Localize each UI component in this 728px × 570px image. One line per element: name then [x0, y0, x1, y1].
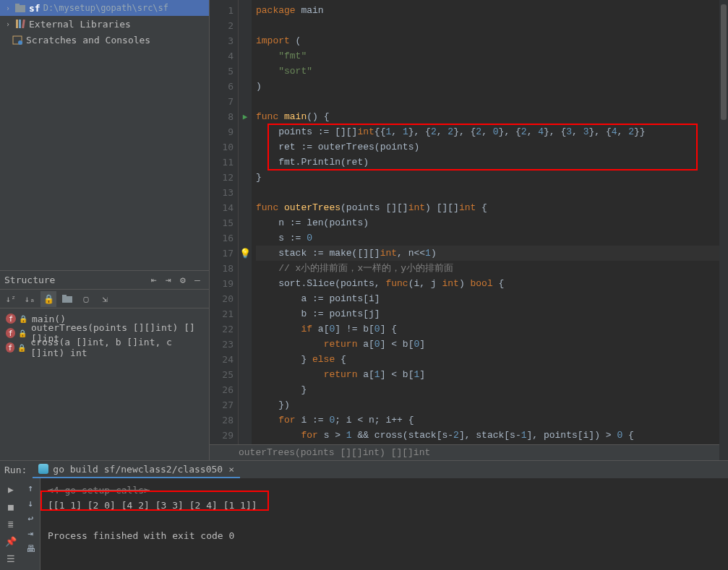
code-line[interactable] [256, 185, 728, 200]
pin-icon[interactable]: 📌 [4, 535, 17, 548]
chevron-right-icon[interactable]: › [4, 20, 12, 28]
code-line[interactable]: func outerTrees(points [][]int) [][]int … [256, 200, 728, 215]
code-line[interactable]: n := len(points) [256, 215, 728, 230]
layout-icon[interactable]: ≣ [4, 517, 17, 530]
run-header: Run: go build sf/newclass2/class050 × [0, 461, 728, 478]
run-gutter-icon[interactable]: ▶ [243, 112, 248, 121]
code-line[interactable]: for s > 1 && cross(stack[s-2], stack[s-1… [256, 428, 728, 443]
code-line[interactable]: if a[0] != b[0] { [256, 321, 728, 337]
code-line[interactable]: fmt.Println(ret) [256, 155, 728, 170]
structure-title: Structure [4, 275, 147, 285]
code-line[interactable]: } [256, 382, 728, 397]
run-left-gutter: ▶ ■ ≣ 📌 ☰ [0, 478, 22, 570]
more-icon[interactable]: ☰ [4, 552, 17, 565]
project-root-name: sf [29, 3, 40, 14]
project-tree[interactable]: › sf D:\mysetup\gopath\src\sf › External… [0, 0, 209, 271]
sort-visibility-icon[interactable]: ↓ₐ [22, 291, 38, 307]
run-tab[interactable]: go build sf/newclass2/class050 × [33, 461, 240, 478]
scroll-end-icon[interactable]: ⇥ [28, 528, 34, 539]
code-line[interactable]: return a[0] < b[0] [256, 337, 728, 352]
chevron-right-icon[interactable]: › [4, 4, 12, 12]
project-root-path: D:\mysetup\gopath\src\sf [43, 3, 168, 13]
down-icon[interactable]: ↓ [28, 498, 34, 509]
close-icon[interactable]: × [228, 464, 234, 475]
function-icon: f [6, 314, 16, 324]
code-line[interactable]: "fmt" [256, 48, 728, 64]
code-line[interactable] [256, 18, 728, 33]
structure-item[interactable]: f🔒cross(a []int, b []int, c []int) int [0, 340, 209, 355]
scratches-consoles[interactable]: Scratches and Consoles [0, 32, 209, 48]
softwrap-icon[interactable]: ↩ [28, 513, 34, 524]
go-icon [38, 464, 48, 474]
libraries-icon [14, 20, 26, 28]
code-lines[interactable]: package mainimport ( "fmt" "sort")func m… [252, 0, 728, 444]
svg-rect-1 [15, 4, 20, 6]
code-line[interactable]: b := points[j] [256, 306, 728, 321]
scratches-icon [12, 35, 23, 45]
gear-icon[interactable]: ⚙ [176, 275, 190, 285]
lock-icon: 🔒 [18, 329, 27, 337]
code-line[interactable]: sort.Slice(points, func(i, j int) bool { [256, 276, 728, 291]
code-line[interactable]: }) [256, 397, 728, 413]
function-icon: f [6, 342, 14, 353]
code-line[interactable]: func main() { [256, 109, 728, 124]
code-line[interactable]: "sort" [256, 64, 728, 79]
code-line[interactable]: package main [256, 3, 728, 18]
lock-icon: 🔒 [19, 315, 27, 323]
code-line[interactable]: } [256, 170, 728, 185]
svg-rect-4 [22, 20, 25, 28]
structure-list[interactable]: f🔒main()f🔒outerTrees(points [][]int) [][… [0, 308, 209, 358]
show-files-icon[interactable] [59, 291, 75, 307]
run-output: [[1 1] [2 0] [4 2] [3 3] [2 4] [1 1]] [48, 498, 721, 513]
project-root[interactable]: › sf D:\mysetup\gopath\src\sf [0, 0, 209, 16]
run-panel: Run: go build sf/newclass2/class050 × ▶ … [0, 460, 728, 570]
code-line[interactable]: points := [][]int{{1, 1}, {2, 2}, {2, 0}… [256, 124, 728, 139]
run-exit: Process finished with exit code 0 [48, 528, 721, 543]
code-line[interactable]: a := points[i] [256, 291, 728, 306]
run-console[interactable]: <4 go setup calls> [[1 1] [2 0] [4 2] [3… [40, 478, 728, 570]
folder-icon [14, 4, 26, 12]
scratches-label: Scratches and Consoles [26, 35, 150, 46]
up-icon[interactable]: ↑ [28, 483, 34, 493]
run-tab-label: go build sf/newclass2/class050 [53, 464, 223, 475]
sort-alpha-icon[interactable]: ↓ᶻ [3, 291, 19, 307]
autoscroll-icon[interactable]: ▢ [78, 291, 94, 307]
scrollbar-thumb[interactable] [721, 4, 727, 120]
collapse-icon[interactable]: ⇤ [147, 275, 161, 285]
rerun-icon[interactable]: ▶ [4, 483, 17, 496]
code-line[interactable]: // x小的排前面，x一样的，y小的排前面 [256, 261, 728, 276]
code-line[interactable]: return a[1] < b[1] [256, 367, 728, 382]
structure-panel: Structure ⇤ ⇥ ⚙ — ↓ᶻ ↓ₐ 🔒 ▢ ⇲ f🔒main()f🔒… [0, 271, 209, 460]
editor: 1234567891011121314151617181920212223242… [210, 0, 728, 460]
intention-bulb-icon[interactable]: 💡 [239, 248, 251, 259]
code-line[interactable]: ) [256, 79, 728, 94]
code-line[interactable]: } else { [256, 352, 728, 367]
structure-item-label: cross(a []int, b []int, c []int) int [30, 337, 209, 358]
scrollbar-vertical[interactable] [719, 0, 728, 444]
expand-all-icon[interactable]: ⇲ [97, 291, 113, 307]
lock-icon[interactable]: 🔒 [40, 291, 56, 307]
svg-point-6 [18, 40, 22, 45]
structure-header: Structure ⇤ ⇥ ⚙ — [0, 271, 209, 290]
svg-rect-2 [16, 20, 18, 28]
expand-icon[interactable]: ⇥ [161, 275, 176, 285]
external-libraries[interactable]: › External Libraries [0, 16, 209, 32]
code-line[interactable]: s := 0 [256, 230, 728, 246]
breadcrumb[interactable]: outerTrees(points [][]int) [][]int [210, 444, 728, 460]
svg-rect-3 [19, 20, 21, 28]
hide-icon[interactable]: — [190, 275, 205, 285]
line-number-gutter[interactable]: 1234567891011121314151617181920212223242… [210, 0, 239, 444]
print-icon[interactable]: 🖶 [26, 543, 35, 554]
marker-gutter[interactable]: ▶💡 [239, 0, 252, 444]
setup-calls: <4 go setup calls> [48, 483, 721, 498]
structure-toolbar: ↓ᶻ ↓ₐ 🔒 ▢ ⇲ [0, 290, 209, 308]
code-line[interactable]: ret := outerTrees(points) [256, 139, 728, 155]
code-line[interactable]: import ( [256, 33, 728, 48]
code-line[interactable]: for i := 0; i < n; i++ { [256, 413, 728, 428]
svg-rect-7 [62, 296, 72, 303]
svg-rect-8 [62, 295, 67, 297]
svg-rect-0 [15, 5, 25, 12]
code-line[interactable]: stack := make([][]int, n<<1) [256, 246, 728, 261]
code-line[interactable] [256, 94, 728, 109]
stop-icon[interactable]: ■ [4, 500, 17, 513]
